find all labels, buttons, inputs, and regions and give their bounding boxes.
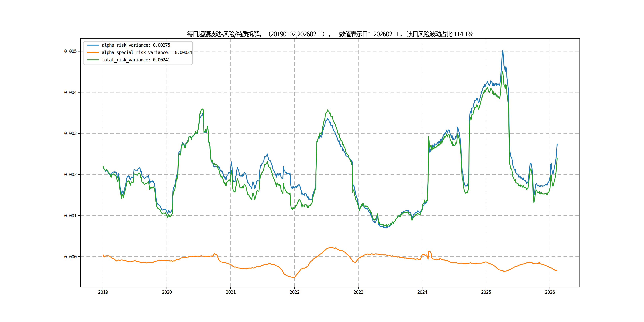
- chart-canvas: 0.0000.0010.0020.0030.0040.005 201920202…: [0, 0, 644, 322]
- x-tick-label: 2023: [354, 290, 363, 295]
- legend-label-1: alpha_special_risk_variance: -0.00034: [102, 50, 192, 55]
- y-tick-label: 0.000: [64, 254, 77, 260]
- title-glyph: [221, 34, 223, 35]
- x-tick-label: 2025: [481, 290, 491, 295]
- x-tick-label: 2020: [162, 290, 172, 295]
- x-tick-label: 2021: [226, 290, 236, 295]
- x-tick-label: 2024: [417, 290, 427, 295]
- plot-background: [80, 38, 580, 287]
- y-tick-label: 0.004: [64, 90, 77, 95]
- legend-label-2: total_risk_variance: 0.00241: [102, 57, 170, 62]
- y-tick-label: 0.003: [64, 131, 77, 136]
- risk-decomposition-figure: 每日超额波动-风险/特质拆解，（20190102,20260211）， 数值表示…: [0, 0, 644, 322]
- x-tick-label: 2026: [545, 290, 555, 295]
- x-tick-label: 2019: [98, 290, 108, 295]
- legend: alpha_risk_variance: 0.00275alpha_specia…: [83, 41, 192, 65]
- y-tick-label: 0.001: [64, 213, 77, 218]
- y-tick-label: 0.002: [64, 172, 76, 177]
- y-tick-label: 0.005: [64, 49, 76, 54]
- title-glyph: [464, 36, 464, 36]
- legend-label-0: alpha_risk_variance: 0.00275: [102, 42, 170, 48]
- x-tick-label: 2022: [290, 290, 300, 295]
